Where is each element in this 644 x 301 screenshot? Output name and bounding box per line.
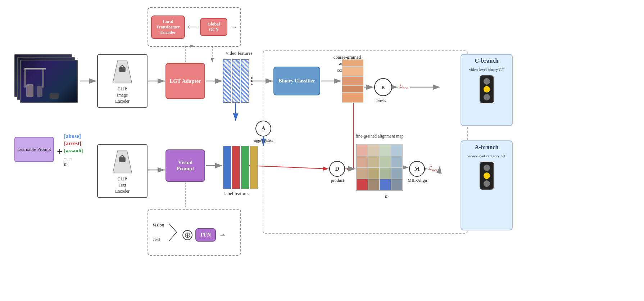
lf-bar-1 <box>223 146 231 189</box>
tl-gray-4 <box>484 180 490 187</box>
video-frame-front <box>20 60 78 103</box>
aggregation-circle: A <box>255 121 271 136</box>
local-transformer: LocalTransformerEncoder <box>151 15 185 39</box>
a-branch-box: A-branch video-level category GT <box>461 140 513 230</box>
grid-cell-13 <box>368 179 380 190</box>
clip-text-encoder-shape <box>108 148 137 176</box>
a-branch-label: A-branch <box>464 144 509 150</box>
label-dots: ...... <box>64 155 83 161</box>
alignment-grid <box>356 144 403 191</box>
aggregation-label: aggregation <box>254 138 273 143</box>
grid-cell-4 <box>357 156 368 167</box>
aggregation-letter: A <box>261 125 266 132</box>
grid-cell-12 <box>357 179 368 190</box>
label-assault: [assault] <box>64 148 83 154</box>
alignment-map-label: fine-grained alignment map <box>351 133 408 139</box>
grid-cell-2 <box>380 144 391 156</box>
traffic-light-c-container <box>464 75 509 103</box>
clip-image-encoder: CLIPImageEncoder <box>97 54 148 108</box>
milalign-circle: M <box>409 161 425 177</box>
tl-gray-1 <box>484 78 490 85</box>
transformer-arrow: ⟵ <box>188 23 197 31</box>
coarse-bar-2 <box>342 67 363 77</box>
lgt-adapter: LGT Adapter <box>165 63 205 99</box>
tl-yellow-2 <box>484 172 490 179</box>
ffn-plus-circle: ⊕ <box>182 230 192 240</box>
grid-cell-8 <box>357 167 368 179</box>
label-features-label: label features <box>219 191 255 197</box>
label-m: m <box>64 162 83 167</box>
vision-label: Vision <box>153 222 164 228</box>
clip-image-encoder-label: CLIPImageEncoder <box>115 86 130 104</box>
ffn-lines <box>169 218 180 247</box>
alignment-map <box>356 144 403 191</box>
clip-text-encoder-label: CLIPTextEncoder <box>115 176 130 194</box>
grid-cell-10 <box>380 167 391 179</box>
text-label-ffn: Text <box>153 237 164 242</box>
coarse-bar-1 <box>342 59 363 67</box>
transformer-box: LocalTransformerEncoder ⟵ GlobalGCN → <box>148 7 241 47</box>
tl-gray-3 <box>484 165 490 171</box>
label-arrest: [arrest] <box>64 140 83 147</box>
learnable-prompt-label: Learnable Prompt <box>17 147 51 152</box>
grid-cell-9 <box>368 167 380 179</box>
tl-yellow-1 <box>484 86 490 93</box>
grid-cell-1 <box>368 144 380 156</box>
video-frames <box>14 54 79 104</box>
label-features <box>223 146 258 189</box>
binary-classifier: Binary Classifier <box>273 67 320 95</box>
ffn-labels: Vision Text <box>153 218 164 247</box>
coarse-bar-3 <box>342 77 363 85</box>
text-labels: [abuse] [arrest] [assault] ...... m <box>64 133 83 167</box>
milalign-letter: M <box>414 166 419 172</box>
diagram-container: Learnable Prompt + [abuse] [arrest] [ass… <box>11 4 633 284</box>
visual-prompt-label: Visual Prompt <box>169 160 201 172</box>
loss-nce: ℒnce <box>428 165 437 172</box>
learnable-prompt: Learnable Prompt <box>14 137 54 162</box>
vf-bar-2 <box>232 59 240 103</box>
clip-text-encoder: CLIPTextEncoder <box>97 144 148 198</box>
ffn-output-arrow: → <box>219 231 226 239</box>
product-label: product <box>328 178 347 183</box>
grid-cell-6 <box>380 156 391 167</box>
svg-rect-30 <box>119 157 126 162</box>
label-abuse: [abuse] <box>64 133 83 139</box>
traffic-light-a <box>480 162 494 190</box>
video-features-label: video features <box>223 50 255 56</box>
grid-cell-0 <box>357 144 368 156</box>
vf-bar-3 <box>241 59 249 103</box>
vl-category-gt: video-level category GT <box>464 153 509 159</box>
c-branch-label: C-branch <box>464 58 509 64</box>
coarse-bar-4 <box>342 85 363 93</box>
c-branch-box: C-branch video-level binary GT <box>461 54 513 126</box>
svg-line-32 <box>169 232 177 241</box>
ffn-box: Vision Text ⊕ FFN → <box>148 209 241 256</box>
global-gcn: GlobalGCN <box>200 18 227 36</box>
grid-cell-11 <box>391 167 403 179</box>
traffic-light-a-container <box>464 162 509 190</box>
video-features <box>223 59 253 103</box>
grid-cell-3 <box>391 144 403 156</box>
svg-rect-28 <box>119 67 126 72</box>
topk-label: Top-K <box>371 98 391 102</box>
visual-prompt: Visual Prompt <box>165 149 205 182</box>
lf-bar-2 <box>232 146 240 189</box>
traffic-light-c <box>480 75 494 103</box>
m-label-bottom: m <box>372 194 401 199</box>
grid-cell-7 <box>391 156 403 167</box>
lf-bar-3 <box>241 146 249 189</box>
svg-line-31 <box>169 223 177 232</box>
grid-cell-14 <box>380 179 391 190</box>
lgt-adapter-label: LGT Adapter <box>169 78 201 84</box>
loss-bce: ℒbce <box>399 83 408 90</box>
product-letter: D <box>335 166 339 172</box>
product-circle: D <box>329 161 345 177</box>
clip-image-encoder-shape <box>108 58 137 86</box>
topk-circle: K <box>374 78 392 96</box>
grid-cell-5 <box>368 156 380 167</box>
ffn-block: FFN <box>195 228 216 242</box>
plus-sign: + <box>57 146 63 157</box>
grid-cell-15 <box>391 179 403 190</box>
lf-bar-4 <box>250 146 258 189</box>
coarse-bar-5 <box>342 93 363 103</box>
